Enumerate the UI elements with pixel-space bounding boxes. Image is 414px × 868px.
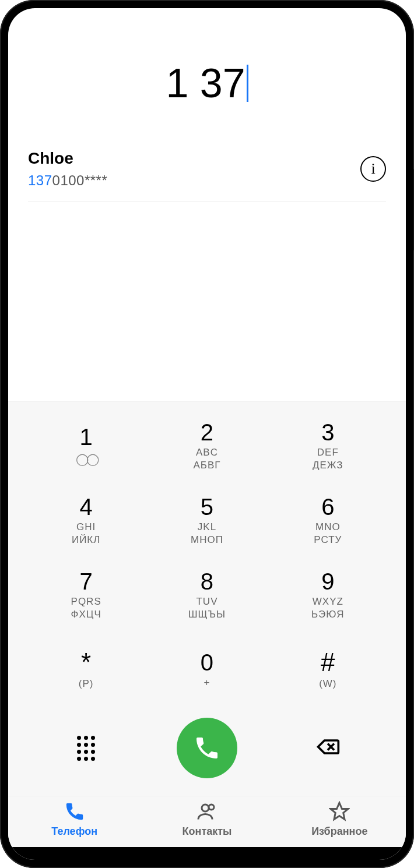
contact-number-rest: 0100**** — [52, 172, 108, 188]
key-sub-latin: JKL — [198, 521, 216, 533]
nav-contacts-tab[interactable]: Контакты — [141, 801, 273, 838]
key-sub-cyrillic: ИЙКЛ — [72, 534, 101, 546]
key-sub-latin: GHI — [76, 521, 96, 533]
key-sub-latin: WXYZ — [313, 596, 343, 608]
key-0[interactable]: 0 + — [146, 636, 267, 703]
key-digit: 4 — [80, 495, 93, 518]
contact-number: 1370100**** — [28, 172, 107, 189]
key-digit: 3 — [321, 421, 334, 444]
key-2[interactable]: 2 ABC АБВГ — [146, 412, 267, 479]
dialed-number-display[interactable]: 1 37 — [8, 28, 406, 139]
key-sub-cyrillic: АБВГ — [193, 460, 220, 471]
svg-point-2 — [202, 805, 209, 811]
dialpad-grid-icon — [77, 736, 95, 761]
contact-name: Chloe — [28, 149, 107, 168]
key-sub-latin: DEF — [317, 447, 339, 458]
backspace-button[interactable] — [315, 734, 341, 762]
key-digit: # — [321, 650, 335, 675]
dialpad: 1 ◯◯ 2 ABC АБВГ 3 DEF ДЕЖЗ 4 GHI ИЙКЛ 5 … — [8, 401, 406, 707]
key-digit: 7 — [80, 570, 93, 593]
key-digit: 2 — [201, 421, 213, 444]
phone-frame: 1 37 Chloe 1370100**** i 1 ◯◯ — [0, 0, 414, 868]
nav-favorites-label: Избранное — [311, 825, 367, 838]
key-sub: (P) — [79, 678, 94, 690]
suggestion-left: Chloe 1370100**** — [28, 149, 107, 189]
key-sub-cyrillic: МНОП — [191, 534, 223, 546]
suggestion-area: Chloe 1370100**** i — [8, 139, 406, 202]
key-digit: 9 — [321, 570, 334, 593]
key-6[interactable]: 6 MNO РСТУ — [268, 487, 388, 553]
contacts-tab-icon — [197, 801, 217, 822]
phone-tab-icon — [64, 801, 85, 822]
key-3[interactable]: 3 DEF ДЕЖЗ — [268, 412, 388, 479]
key-digit: 5 — [201, 495, 213, 518]
bottom-nav: Телефон Контакты Избранное — [8, 796, 406, 847]
key-sub-cyrillic: ФХЦЧ — [71, 609, 101, 620]
action-row — [8, 707, 406, 796]
dialed-number-text: 1 37 — [166, 60, 245, 107]
screen: 1 37 Chloe 1370100**** i 1 ◯◯ — [8, 8, 406, 860]
key-8[interactable]: 8 TUV ШЩЪЫ — [146, 562, 267, 628]
nav-contacts-label: Контакты — [183, 825, 232, 838]
key-sub-cyrillic: РСТУ — [314, 534, 342, 546]
key-5[interactable]: 5 JKL МНОП — [146, 487, 267, 553]
key-digit: 8 — [201, 570, 213, 593]
key-digit: 6 — [321, 495, 334, 518]
key-star[interactable]: * (P) — [26, 636, 146, 703]
key-digit: 1 — [80, 425, 93, 449]
info-icon[interactable]: i — [360, 156, 386, 182]
voicemail-icon: ◯◯ — [76, 452, 97, 466]
key-sub-latin: TUV — [196, 596, 217, 608]
key-sub: (W) — [319, 678, 336, 690]
key-sub-latin: ABC — [196, 447, 218, 458]
status-bar-area — [8, 8, 406, 28]
key-digit: * — [81, 650, 91, 675]
nav-phone-label: Телефон — [51, 825, 97, 838]
contact-suggestion-row[interactable]: Chloe 1370100**** i — [28, 139, 386, 202]
key-sub-cyrillic: ШЩЪЫ — [188, 609, 226, 620]
favorites-tab-icon — [329, 801, 350, 822]
key-sub-cyrillic: ДЕЖЗ — [313, 460, 343, 471]
key-sub-latin: PQRS — [71, 596, 101, 608]
key-sub-cyrillic: ЬЭЮЯ — [311, 609, 345, 620]
key-sub: + — [204, 677, 210, 689]
key-sub-latin: MNO — [315, 521, 341, 533]
gesture-bar-area — [8, 847, 406, 860]
text-cursor — [247, 65, 248, 102]
svg-point-3 — [209, 805, 214, 810]
contact-number-match: 137 — [28, 172, 52, 188]
nav-phone-tab[interactable]: Телефон — [8, 801, 141, 838]
call-button[interactable] — [177, 718, 237, 778]
phone-icon — [193, 734, 221, 762]
key-4[interactable]: 4 GHI ИЙКЛ — [26, 487, 146, 553]
key-1[interactable]: 1 ◯◯ — [26, 412, 146, 479]
info-icon-glyph: i — [371, 160, 375, 178]
key-hash[interactable]: # (W) — [268, 636, 388, 703]
key-7[interactable]: 7 PQRS ФХЦЧ — [26, 562, 146, 628]
dialpad-toggle-button[interactable] — [77, 736, 95, 761]
spacer — [8, 202, 406, 401]
key-9[interactable]: 9 WXYZ ЬЭЮЯ — [268, 562, 388, 628]
nav-favorites-tab[interactable]: Избранное — [273, 801, 406, 838]
key-digit: 0 — [201, 651, 213, 674]
backspace-icon — [315, 734, 341, 760]
